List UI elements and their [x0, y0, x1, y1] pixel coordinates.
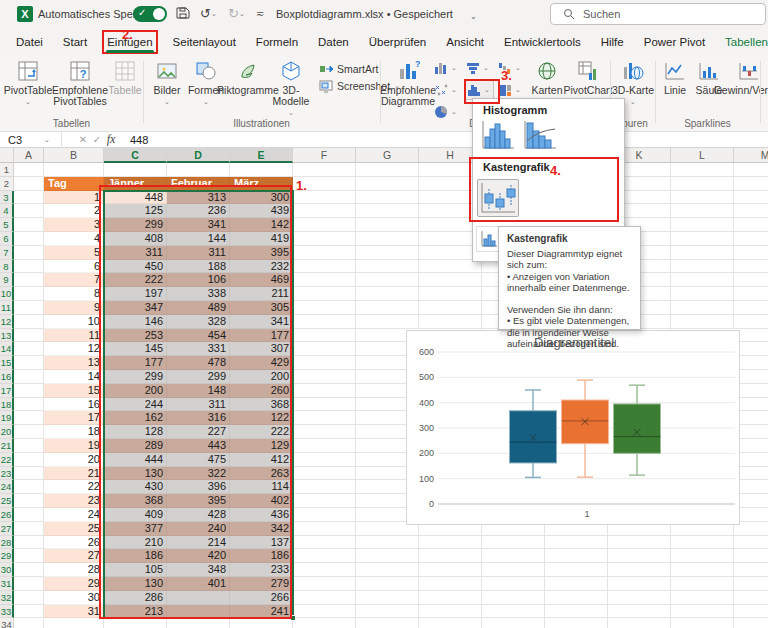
- cell-B26[interactable]: 24: [44, 508, 104, 522]
- row-header-7[interactable]: 7: [0, 246, 14, 260]
- cell-D20[interactable]: 227: [167, 425, 230, 439]
- cell-C27[interactable]: 377: [104, 522, 167, 536]
- cell-C21[interactable]: 289: [104, 439, 167, 453]
- cell-E7[interactable]: 395: [230, 246, 293, 260]
- cell-D33[interactable]: [167, 605, 230, 619]
- undo-icon[interactable]: ↺⌄: [200, 6, 217, 21]
- cell-D9[interactable]: 106: [167, 273, 230, 287]
- tab-entwicklertools[interactable]: Entwicklertools: [501, 32, 584, 52]
- column-header-E[interactable]: E: [230, 148, 293, 163]
- 3d-modelle-button[interactable]: 3D-Modelle ⌄: [269, 59, 313, 119]
- row-header-11[interactable]: 11: [0, 301, 14, 315]
- row-header-15[interactable]: 15: [0, 356, 14, 370]
- row-header-32[interactable]: 32: [0, 591, 14, 605]
- row-header-25[interactable]: 25: [0, 494, 14, 508]
- cell-B20[interactable]: 18: [44, 425, 104, 439]
- search-box[interactable]: Suchen: [550, 3, 766, 25]
- cell-B4[interactable]: 2: [44, 204, 104, 218]
- cell-E24[interactable]: 114: [230, 480, 293, 494]
- cell-C15[interactable]: 177: [104, 356, 167, 370]
- cell-E13[interactable]: 177: [230, 329, 293, 343]
- row-header-20[interactable]: 20: [0, 425, 14, 439]
- row-header-12[interactable]: 12: [0, 315, 14, 329]
- insert-function-icon[interactable]: fx: [104, 132, 118, 147]
- row-header-34[interactable]: 34: [0, 618, 14, 628]
- treemap-chart-button[interactable]: ⌄: [496, 80, 526, 100]
- cell-B33[interactable]: 31: [44, 605, 104, 619]
- cell-B29[interactable]: 27: [44, 549, 104, 563]
- cell-C33[interactable]: 213: [104, 605, 167, 619]
- table-header-mar[interactable]: März: [230, 177, 293, 191]
- pivottable-button[interactable]: PivotTable⌄: [4, 59, 52, 108]
- cell-B11[interactable]: 9: [44, 301, 104, 315]
- cell-D31[interactable]: 401: [167, 577, 230, 591]
- column-header-G[interactable]: G: [356, 148, 419, 163]
- table-header-tag[interactable]: Tag: [44, 177, 104, 191]
- chevron-down-icon[interactable]: ⌄: [470, 9, 477, 24]
- cell-B22[interactable]: 20: [44, 453, 104, 467]
- cell-C25[interactable]: 368: [104, 494, 167, 508]
- column-header-A[interactable]: A: [14, 148, 44, 163]
- cell-C12[interactable]: 146: [104, 315, 167, 329]
- cell-B12[interactable]: 10: [44, 315, 104, 329]
- cell-B8[interactable]: 6: [44, 260, 104, 274]
- cell-C20[interactable]: 128: [104, 425, 167, 439]
- cell-C29[interactable]: 186: [104, 549, 167, 563]
- cell-D18[interactable]: 311: [167, 398, 230, 412]
- cell-C24[interactable]: 430: [104, 480, 167, 494]
- tab-formeln[interactable]: Formeln: [253, 32, 301, 52]
- cell-D30[interactable]: 348: [167, 563, 230, 577]
- piktogramme-button[interactable]: Piktogramme: [225, 59, 271, 96]
- column-header-F[interactable]: F: [293, 148, 356, 163]
- document-title[interactable]: Boxplotdiagramm.xlsx • Gespeichert: [276, 8, 453, 20]
- cell-D11[interactable]: 489: [167, 301, 230, 315]
- tab-daten[interactable]: Daten: [315, 32, 352, 52]
- cell-D15[interactable]: 478: [167, 356, 230, 370]
- cell-C8[interactable]: 450: [104, 260, 167, 274]
- cell-B16[interactable]: 14: [44, 370, 104, 384]
- cell-C18[interactable]: 244: [104, 398, 167, 412]
- cell-D26[interactable]: 428: [167, 508, 230, 522]
- row-header-19[interactable]: 19: [0, 411, 14, 425]
- cell-B31[interactable]: 29: [44, 577, 104, 591]
- cell-C28[interactable]: 210: [104, 536, 167, 550]
- cell-C32[interactable]: 286: [104, 591, 167, 605]
- cell-B3[interactable]: 1: [44, 191, 104, 205]
- cell-E27[interactable]: 342: [230, 522, 293, 536]
- tab-ansicht[interactable]: Ansicht: [443, 32, 487, 52]
- fill-handle[interactable]: [290, 615, 296, 621]
- cell-C17[interactable]: 200: [104, 384, 167, 398]
- statistic-chart-button[interactable]: ⌄: [464, 80, 494, 100]
- cell-D13[interactable]: 454: [167, 329, 230, 343]
- row-header-5[interactable]: 5: [0, 218, 14, 232]
- cell-E30[interactable]: 233: [230, 563, 293, 577]
- cell-E9[interactable]: 469: [230, 273, 293, 287]
- cell-D5[interactable]: 341: [167, 218, 230, 232]
- tab--berpr-fen[interactable]: Überprüfen: [366, 32, 430, 52]
- row-header-31[interactable]: 31: [0, 577, 14, 591]
- row-header-26[interactable]: 26: [0, 508, 14, 522]
- cell-D32[interactable]: [167, 591, 230, 605]
- cell-E33[interactable]: 241: [230, 605, 293, 619]
- tab-datei[interactable]: Datei: [13, 32, 46, 52]
- cell-E26[interactable]: 436: [230, 508, 293, 522]
- cell-E18[interactable]: 368: [230, 398, 293, 412]
- cell-B7[interactable]: 5: [44, 246, 104, 260]
- cell-E32[interactable]: 266: [230, 591, 293, 605]
- cell-E11[interactable]: 305: [230, 301, 293, 315]
- column-header-D[interactable]: D: [167, 148, 230, 163]
- cell-B19[interactable]: 17: [44, 411, 104, 425]
- quick-access-icon[interactable]: ≂: [256, 6, 264, 21]
- box-whisker-chart-option[interactable]: [477, 179, 519, 217]
- tab-tabellenentwurf[interactable]: Tabellenentwurf: [722, 32, 768, 52]
- cell-E14[interactable]: 307: [230, 342, 293, 356]
- cell-C9[interactable]: 222: [104, 273, 167, 287]
- cell-E12[interactable]: 341: [230, 315, 293, 329]
- column-header-C[interactable]: C: [104, 148, 167, 163]
- cell-C19[interactable]: 162: [104, 411, 167, 425]
- row-header-24[interactable]: 24: [0, 480, 14, 494]
- empfohlene-diagramme-button[interactable]: ? Empfohlene Diagramme: [384, 59, 432, 107]
- cell-E16[interactable]: 200: [230, 370, 293, 384]
- formula-bar-value[interactable]: 448: [130, 134, 148, 146]
- column-header-L[interactable]: L: [671, 148, 734, 163]
